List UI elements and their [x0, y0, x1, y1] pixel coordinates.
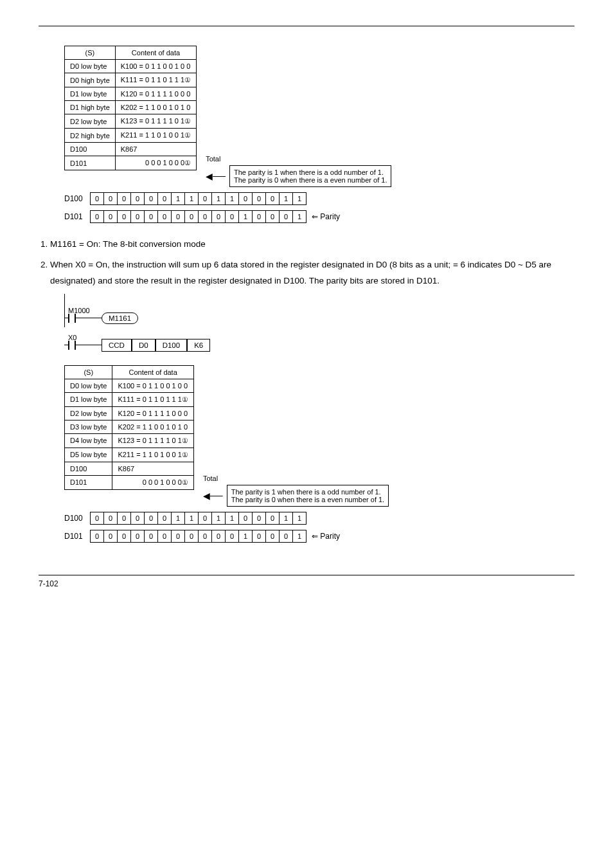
cell: D0 low byte — [65, 379, 112, 392]
cell: K867 — [115, 143, 196, 156]
cell: 0 0 0 1 0 0 0① — [112, 475, 193, 489]
bit: 0 — [253, 211, 266, 223]
bit: 0 — [253, 193, 266, 205]
bit: 0 — [91, 512, 104, 524]
th-content: Content of data — [112, 365, 193, 379]
ladder-op-ccd: CCD — [102, 339, 132, 352]
bits2-d101-label: D101 — [64, 532, 90, 541]
bit: 0 — [253, 512, 266, 524]
bit: 0 — [239, 512, 253, 524]
bit: 1 — [293, 193, 306, 205]
ladder-op-d0: D0 — [132, 339, 155, 352]
cell: D101 — [65, 156, 116, 170]
bit: 0 — [266, 211, 280, 223]
bits-d101-label: D101 — [64, 212, 90, 221]
cell: D101 — [65, 475, 112, 489]
bit: 0 — [104, 530, 118, 542]
bit: 0 — [266, 512, 280, 524]
bit: 1 — [239, 211, 253, 223]
cell: K123 = 0 1 1 1 1 0 1① — [115, 114, 196, 129]
bits2-d100: 0000001101100011 — [90, 512, 306, 525]
contact-icon — [68, 341, 76, 350]
cell: D2 low byte — [65, 406, 112, 420]
cell: D2 high byte — [65, 129, 116, 143]
bit: 0 — [91, 530, 104, 542]
page-footer: 7-102 — [39, 579, 574, 588]
parity-suffix: ⇐ Parity — [312, 212, 340, 221]
bit: 0 — [172, 530, 185, 542]
bit: 0 — [104, 512, 118, 524]
bit: 0 — [131, 530, 145, 542]
cell: K100 = 0 1 1 0 0 1 0 0 — [115, 60, 196, 73]
bit: 0 — [199, 512, 212, 524]
bit: 0 — [145, 530, 158, 542]
bit: 0 — [91, 211, 104, 223]
cell: K202 = 1 1 0 0 1 0 1 0 — [115, 101, 196, 114]
bit: 0 — [212, 530, 226, 542]
bit: 0 — [91, 193, 104, 205]
cell: K202 = 1 1 0 0 1 0 1 0 — [112, 420, 193, 433]
bit: 0 — [239, 193, 253, 205]
th-content: Content of data — [115, 46, 196, 60]
cell: D100 — [65, 143, 116, 156]
bit: 0 — [131, 193, 145, 205]
bit: 0 — [185, 530, 199, 542]
bit: 0 — [118, 193, 131, 205]
cell: D4 low byte — [65, 433, 112, 448]
arrow-left-icon: ◀── — [206, 171, 226, 181]
cell: D5 low byte — [65, 448, 112, 462]
cell: K123 = 0 1 1 1 1 0 1① — [112, 433, 193, 448]
bit: 1 — [185, 512, 199, 524]
cell: K111 = 0 1 1 0 1 1 1① — [115, 73, 196, 87]
bit: 0 — [158, 211, 172, 223]
bit: 0 — [266, 193, 280, 205]
bit: 0 — [253, 530, 266, 542]
bit: 0 — [131, 512, 145, 524]
bit: 0 — [104, 193, 118, 205]
bit: 1 — [185, 193, 199, 205]
ladder-coil-m1161: M1161 — [102, 312, 138, 324]
cell: K211 = 1 1 0 1 0 0 1① — [112, 448, 193, 462]
cell: K211 = 1 1 0 1 0 0 1① — [115, 129, 196, 143]
cell: D0 low byte — [65, 60, 116, 73]
list-item-1: M1161 = On: The 8-bit conversion mode — [50, 236, 574, 253]
bit: 1 — [280, 193, 293, 205]
cell: K867 — [112, 462, 193, 475]
cell: K111 = 0 1 1 0 1 1 1① — [112, 392, 193, 406]
cell: D3 low byte — [65, 420, 112, 433]
cell: K120 = 0 1 1 1 1 0 0 0 — [112, 406, 193, 420]
list-item-2: When X0 = On, the instruction will sum u… — [50, 257, 574, 289]
bit: 0 — [280, 211, 293, 223]
cell: K120 = 0 1 1 1 1 0 0 0 — [115, 87, 196, 101]
bit: 0 — [118, 211, 131, 223]
bit: 1 — [293, 512, 306, 524]
bit: 0 — [266, 530, 280, 542]
bit: 0 — [199, 530, 212, 542]
bit: 0 — [280, 530, 293, 542]
bit: 0 — [145, 512, 158, 524]
bits-d100-label: D100 — [64, 194, 90, 203]
bit: 1 — [293, 211, 306, 223]
bit: 1 — [212, 512, 226, 524]
parity-note2: The parity is 1 when there is a odd numb… — [227, 485, 389, 507]
cell: D2 low byte — [65, 114, 116, 129]
total-label2: Total — [203, 473, 389, 482]
bit: 1 — [212, 193, 226, 205]
th-s: (S) — [65, 365, 112, 379]
cell: D100 — [65, 462, 112, 475]
bit: 1 — [172, 193, 185, 205]
bit: 0 — [226, 211, 239, 223]
bit: 0 — [172, 211, 185, 223]
bit: 0 — [199, 211, 212, 223]
bit: 1 — [226, 193, 239, 205]
bits2-d100-label: D100 — [64, 514, 90, 523]
arrow-left-icon: ◀── — [203, 491, 223, 501]
bit: 1 — [280, 512, 293, 524]
bit: 0 — [118, 512, 131, 524]
bit: 0 — [145, 211, 158, 223]
cell: D0 high byte — [65, 73, 116, 87]
bit: 0 — [158, 193, 172, 205]
bits-d100: 0000001101100011 — [90, 192, 306, 205]
bit: 0 — [158, 530, 172, 542]
bit: 0 — [131, 211, 145, 223]
